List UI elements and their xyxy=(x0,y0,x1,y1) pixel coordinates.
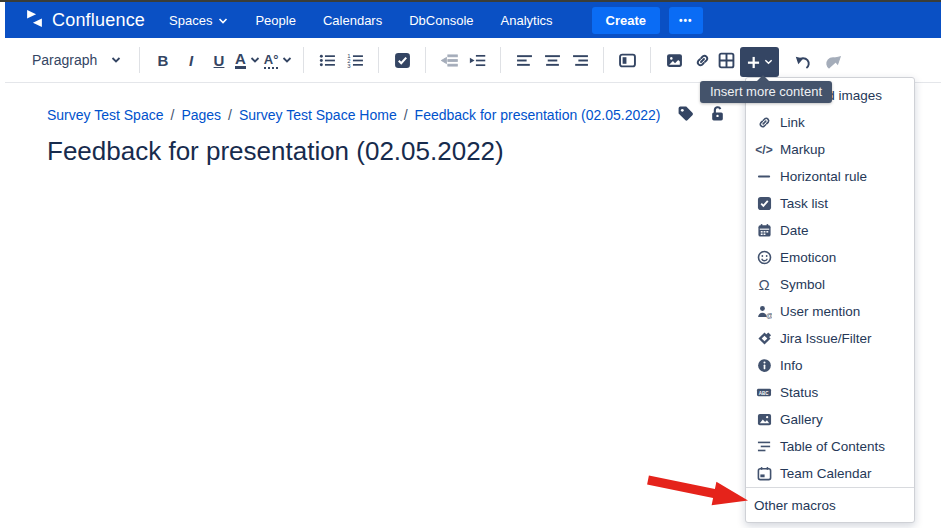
nav-dbconsole[interactable]: DbConsole xyxy=(409,13,473,28)
create-button[interactable]: Create xyxy=(592,7,660,34)
breadcrumb-separator: / xyxy=(228,107,232,123)
menu-item-label: Gallery xyxy=(780,412,823,427)
page-title[interactable]: Feedback for presentation (02.05.2022) xyxy=(47,136,504,167)
date-icon xyxy=(756,223,772,239)
task-list-icon xyxy=(756,196,772,212)
nav-people[interactable]: People xyxy=(255,13,295,28)
outdent-button[interactable] xyxy=(437,45,461,75)
menu-item-label: Link xyxy=(780,115,805,130)
menu-item-label: Table of Contents xyxy=(780,439,885,454)
toolbar-separator xyxy=(500,47,501,73)
chevron-down-icon xyxy=(250,56,260,64)
menu-item-other-macros[interactable]: Other macros xyxy=(746,488,914,522)
link-icon xyxy=(756,115,772,131)
gallery-icon xyxy=(756,412,772,428)
jira-icon xyxy=(756,331,772,347)
page-layout-button[interactable] xyxy=(615,45,639,75)
menu-item-label: Task list xyxy=(780,196,828,211)
breadcrumb-link-current-page[interactable]: Feedback for presentation (02.05.2022) xyxy=(415,107,661,123)
toolbar-separator xyxy=(139,47,140,73)
align-right-button[interactable] xyxy=(568,45,592,75)
svg-text:3: 3 xyxy=(347,62,351,68)
more-formatting-dropdown[interactable]: A° xyxy=(264,45,293,75)
italic-button[interactable]: I xyxy=(179,45,203,75)
labels-tag-icon[interactable] xyxy=(677,105,694,125)
indent-button[interactable] xyxy=(465,45,489,75)
nav-spaces[interactable]: Spaces xyxy=(169,13,228,28)
breadcrumb-separator: / xyxy=(170,107,174,123)
underline-button[interactable]: U xyxy=(207,45,231,75)
menu-item-label: Jira Issue/Filter xyxy=(780,331,872,346)
bullet-list-button[interactable] xyxy=(315,45,339,75)
toc-icon xyxy=(756,439,772,455)
markup-icon: </> xyxy=(756,142,772,158)
numbered-list-button[interactable]: 123 xyxy=(343,45,367,75)
task-list-button[interactable] xyxy=(390,45,414,75)
toolbar-separator xyxy=(603,47,604,73)
breadcrumb-link-space-home[interactable]: Survey Test Space Home xyxy=(239,107,397,123)
menu-item-date[interactable]: Date xyxy=(746,217,914,244)
unlock-icon[interactable] xyxy=(709,105,726,125)
menu-item-horizontal-rule[interactable]: Horizontal rule xyxy=(746,163,914,190)
insert-more-content-button[interactable] xyxy=(740,47,779,77)
chevron-down-icon xyxy=(282,56,292,64)
menu-item-emoticon[interactable]: Emoticon xyxy=(746,244,914,271)
breadcrumb: Survey Test Space / Pages / Survey Test … xyxy=(47,105,726,125)
insert-link-button[interactable] xyxy=(690,45,714,75)
toolbar-separator xyxy=(425,47,426,73)
redo-button[interactable] xyxy=(821,47,845,77)
plus-icon xyxy=(747,56,760,69)
menu-item-label: Emoticon xyxy=(780,250,836,265)
align-center-button[interactable] xyxy=(540,45,564,75)
confluence-window: Confluence Spaces People Calendars DbCon… xyxy=(0,0,941,528)
top-navbar: Confluence Spaces People Calendars DbCon… xyxy=(5,2,941,38)
breadcrumb-separator: / xyxy=(404,107,408,123)
menu-item-label: Markup xyxy=(780,142,825,157)
menu-item-jira[interactable]: Jira Issue/Filter xyxy=(746,325,914,352)
horizontal-rule-icon xyxy=(756,169,772,185)
menu-item-label: Team Calendar xyxy=(780,466,872,481)
paragraph-style-dropdown[interactable]: Paragraph xyxy=(32,45,128,75)
menu-item-table-of-contents[interactable]: Table of Contents xyxy=(746,433,914,460)
nav-analytics[interactable]: Analytics xyxy=(501,13,553,28)
tooltip-caret xyxy=(757,75,769,81)
confluence-logo-icon xyxy=(25,9,44,32)
toolbar-separator xyxy=(378,47,379,73)
undo-button[interactable] xyxy=(791,47,815,77)
insert-more-content-tooltip: Insert more content xyxy=(700,81,832,103)
chevron-down-icon xyxy=(764,58,773,66)
menu-item-link[interactable]: Link xyxy=(746,109,914,136)
align-left-button[interactable] xyxy=(512,45,536,75)
navbar-more-button[interactable]: ••• xyxy=(669,7,703,34)
emoticon-icon xyxy=(756,250,772,266)
status-icon: ABC xyxy=(756,385,772,401)
menu-item-info[interactable]: Info xyxy=(746,352,914,379)
chevron-down-icon xyxy=(111,56,121,64)
menu-item-symbol[interactable]: Ω Symbol xyxy=(746,271,914,298)
menu-item-label: Symbol xyxy=(780,277,825,292)
breadcrumb-link-space[interactable]: Survey Test Space xyxy=(47,107,163,123)
menu-item-status[interactable]: ABC Status xyxy=(746,379,914,406)
menu-item-label: Info xyxy=(780,358,803,373)
nav-calendars[interactable]: Calendars xyxy=(323,13,382,28)
user-mention-icon: @ xyxy=(756,304,772,320)
symbol-icon: Ω xyxy=(756,277,772,293)
menu-item-markup[interactable]: </> Markup xyxy=(746,136,914,163)
menu-item-task-list[interactable]: Task list xyxy=(746,190,914,217)
toolbar-separator xyxy=(303,47,304,73)
chevron-down-icon xyxy=(218,13,228,28)
menu-item-team-calendar[interactable]: Team Calendar xyxy=(746,460,914,487)
menu-item-label: User mention xyxy=(780,304,860,319)
team-calendar-icon xyxy=(756,466,772,482)
info-icon xyxy=(756,358,772,374)
breadcrumb-link-pages[interactable]: Pages xyxy=(181,107,221,123)
menu-item-user-mention[interactable]: @ User mention xyxy=(746,298,914,325)
insert-image-button[interactable] xyxy=(662,45,686,75)
menu-item-gallery[interactable]: Gallery xyxy=(746,406,914,433)
menu-item-label: Date xyxy=(780,223,809,238)
tooltip-text: Insert more content xyxy=(710,84,822,99)
text-color-dropdown[interactable]: A xyxy=(235,45,260,75)
bold-button[interactable]: B xyxy=(151,45,175,75)
confluence-logo[interactable]: Confluence xyxy=(25,9,145,32)
svg-text:ABC: ABC xyxy=(759,391,769,396)
